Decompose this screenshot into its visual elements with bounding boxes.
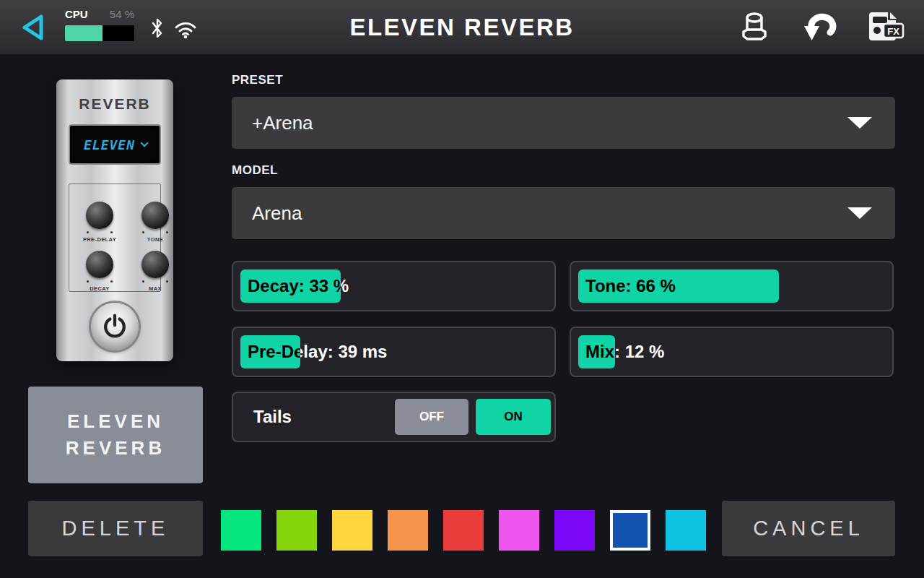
pedal-preview: REVERB ELEVEN PRE-DELAY TONE DECAY MAX <box>56 79 173 361</box>
model-dropdown[interactable]: Arena <box>232 187 895 239</box>
color-swatch-lime[interactable] <box>276 510 317 551</box>
reassign-arrow-icon <box>804 17 833 40</box>
tails-label: Tails <box>253 393 292 441</box>
color-swatch-yellow[interactable] <box>332 510 372 551</box>
page-title: ELEVEN REVERB <box>0 0 924 54</box>
predelay-knob <box>86 202 113 229</box>
decay-knob <box>86 251 113 278</box>
model-label: MODEL <box>232 163 278 178</box>
tone-knob-label: TONE <box>130 236 180 243</box>
max-knob-label: MAX <box>130 285 180 292</box>
delete-button[interactable]: DELETE <box>28 501 203 556</box>
color-swatch-purple[interactable] <box>554 510 595 551</box>
knob-panel: PRE-DELAY TONE DECAY MAX <box>69 184 161 292</box>
tone-slider-fill: Tone: 66 % <box>578 269 779 303</box>
decay-knob-label: DECAY <box>74 285 125 292</box>
power-icon <box>101 313 128 340</box>
color-swatch-orange[interactable] <box>388 510 428 551</box>
predelay-slider[interactable]: Pre-Delay: 39 ms Pre-Delay: 39 ms <box>232 327 556 377</box>
preset-dropdown[interactable]: +Arena <box>232 97 895 149</box>
eleven-reverb-editor: CPU 54 % ELEVEN REVERB <box>0 0 924 578</box>
color-swatch-magenta[interactable] <box>499 510 539 551</box>
preset-value: +Arena <box>252 112 313 134</box>
pedal-lcd: ELEVEN <box>69 124 161 165</box>
chevron-down-icon <box>847 117 872 129</box>
color-swatch-green[interactable] <box>221 510 261 551</box>
fx-pedal-button[interactable]: FX <box>863 9 907 45</box>
predelay-knob-label: PRE-DELAY <box>74 236 125 243</box>
pedal-name: REVERB <box>56 95 173 113</box>
pedal-power-button <box>91 303 139 350</box>
lcd-chevron-icon <box>140 139 148 147</box>
preset-label: PRESET <box>232 73 283 87</box>
mix-slider-fill: Mix: 12 % <box>578 335 615 368</box>
decay-slider-fill: Decay: 33 % <box>240 269 341 303</box>
fx-pedal-icon: FX <box>869 12 903 40</box>
top-bar: CPU 54 % ELEVEN REVERB <box>0 0 924 54</box>
predelay-slider-fill: Pre-Delay: 39 ms <box>240 335 300 368</box>
max-knob <box>141 251 169 278</box>
color-swatch-row <box>221 510 706 551</box>
tone-slider[interactable]: Tone: 66 % Tone: 66 % <box>570 261 894 311</box>
color-swatch-blue[interactable] <box>610 510 650 551</box>
reassign-button[interactable] <box>803 10 837 43</box>
tails-off-button[interactable]: OFF <box>395 399 468 435</box>
hat-button[interactable] <box>738 10 771 43</box>
chevron-down-icon <box>847 207 872 219</box>
decay-slider[interactable]: Decay: 33 % Decay: 33 % <box>232 261 556 311</box>
tails-on-button[interactable]: ON <box>476 399 551 435</box>
top-hat-icon <box>744 14 765 39</box>
color-swatch-red[interactable] <box>443 510 484 551</box>
tone-knob <box>141 202 169 229</box>
mix-slider[interactable]: Mix: 12 % Mix: 12 % <box>570 327 894 377</box>
effect-name-tile: ELEVEN REVERB <box>28 387 203 483</box>
tails-setting: Tails OFF ON <box>232 392 556 442</box>
color-swatch-cyan[interactable] <box>666 510 706 551</box>
svg-text:FX: FX <box>887 26 899 37</box>
model-value: Arena <box>252 202 302 225</box>
lcd-model-text: ELEVEN <box>84 137 135 152</box>
cancel-button[interactable]: CANCEL <box>722 501 895 556</box>
